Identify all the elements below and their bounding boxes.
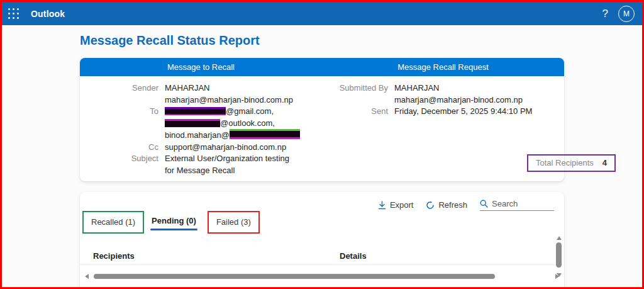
app-title: Outlook: [31, 9, 65, 19]
message-to-recall-header: Message to Recall: [80, 58, 322, 76]
page-title: Message Recall Status Report: [80, 33, 260, 48]
avatar[interactable]: M: [618, 6, 635, 22]
export-label: Export: [390, 200, 414, 210]
refresh-label: Refresh: [438, 200, 467, 210]
export-download-icon: [378, 201, 386, 210]
app-bar: Outlook ? M: [2, 2, 642, 25]
to-recipient-2: @outlook.com,: [158, 118, 275, 130]
recall-report-card: Message to Recall Message Recall Request…: [80, 58, 564, 181]
page-content: Message Recall Status Report Message to …: [2, 25, 642, 287]
horizontal-scrollbar-thumb[interactable]: [94, 274, 495, 279]
waffle-icon: [8, 8, 19, 20]
total-recipients-label: Total Recipients: [536, 158, 594, 167]
to-label: To: [91, 106, 158, 118]
redaction-box: [165, 107, 226, 115]
tab-recalled[interactable]: Recalled (1): [82, 211, 144, 234]
sent-value: Friday, December 5, 2025 9:44:10 PM: [388, 106, 532, 118]
sender-email: maharjan@maharjan-binod.com.np: [158, 94, 293, 106]
subject-label: Subject: [91, 153, 158, 165]
sender-name: MAHARJAN: [158, 82, 210, 94]
submitted-by-label: Submitted By: [330, 82, 388, 94]
cc-value: support@maharjan-binod.com.np: [158, 142, 286, 154]
submitted-by-email: maharjan@maharjan-binod.com.np: [388, 94, 523, 106]
status-tabs: Recalled (1) Pending (0) Failed (3): [82, 211, 260, 234]
scroll-right-arrow-icon[interactable]: [555, 274, 559, 279]
total-recipients-annotation-box: Total Recipients 4: [527, 154, 616, 172]
tab-failed[interactable]: Failed (3): [208, 211, 260, 234]
scroll-left-arrow-icon[interactable]: [85, 274, 89, 279]
redaction-box: [230, 129, 300, 139]
message-to-recall-fields: Sender MAHARJAN maharjan@maharjan-binod.…: [91, 82, 299, 176]
help-icon[interactable]: ?: [602, 8, 608, 20]
tab-pending[interactable]: Pending (0): [144, 211, 204, 231]
column-header-details: Details: [340, 251, 367, 261]
horizontal-scrollbar[interactable]: [85, 273, 559, 280]
results-table-header: Recipients Details: [80, 249, 555, 265]
subject-line-1: External User/Organization testing: [158, 153, 289, 165]
search-icon: [480, 200, 488, 208]
refresh-icon: [426, 201, 435, 210]
report-card-header: Message to Recall Message Recall Request: [80, 58, 564, 76]
redaction-box: [165, 119, 220, 127]
recall-request-fields: Submitted By MAHARJAN maharjan@maharjan-…: [330, 82, 557, 118]
sent-label: Sent: [330, 106, 388, 118]
to-recipient-3: binod.maharjan@: [158, 129, 300, 142]
column-header-recipients: Recipients: [93, 251, 135, 261]
export-button[interactable]: Export: [378, 200, 414, 210]
submitted-by-name: MAHARJAN: [388, 82, 440, 94]
app-launcher-waffle-icon[interactable]: [2, 2, 26, 25]
search-box[interactable]: [480, 199, 554, 211]
refresh-button[interactable]: Refresh: [426, 200, 467, 210]
subject-line-2: for Message Recall: [158, 165, 235, 177]
to-recipient-1: @gmail.com,: [158, 106, 274, 118]
search-input[interactable]: [492, 199, 545, 208]
total-recipients-value: 4: [602, 158, 607, 167]
results-toolbar: Export Refresh: [378, 199, 554, 211]
sender-label: Sender: [91, 82, 158, 94]
recall-results-card: Export Refresh Recalled (1) Pending (0): [80, 192, 564, 287]
cc-label: Cc: [91, 142, 158, 154]
vertical-scrollbar[interactable]: [555, 236, 563, 277]
scroll-up-arrow-icon[interactable]: [557, 236, 562, 240]
vertical-scrollbar-thumb[interactable]: [556, 242, 562, 268]
message-recall-request-header: Message Recall Request: [322, 58, 564, 76]
